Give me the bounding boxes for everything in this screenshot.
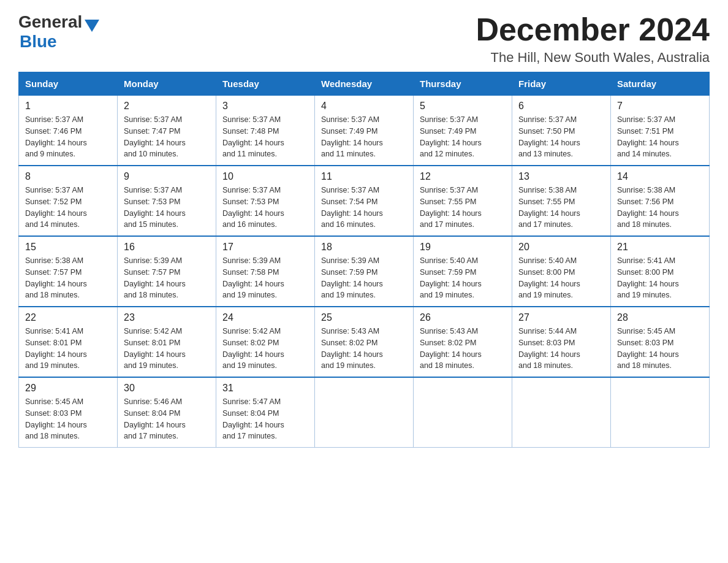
day-number: 28 bbox=[617, 312, 703, 323]
day-of-week-header: Monday bbox=[118, 72, 216, 96]
calendar-day-cell: 14 Sunrise: 5:38 AM Sunset: 7:56 PM Dayl… bbox=[611, 166, 710, 236]
calendar-day-cell bbox=[611, 377, 710, 448]
day-number: 19 bbox=[420, 242, 506, 253]
day-info: Sunrise: 5:45 AM Sunset: 8:03 PM Dayligh… bbox=[25, 396, 111, 442]
day-number: 15 bbox=[25, 242, 111, 253]
day-number: 3 bbox=[222, 101, 308, 112]
day-info: Sunrise: 5:37 AM Sunset: 7:47 PM Dayligh… bbox=[124, 114, 210, 160]
day-info: Sunrise: 5:39 AM Sunset: 7:57 PM Dayligh… bbox=[124, 255, 210, 301]
day-number: 14 bbox=[617, 171, 703, 182]
calendar-day-cell: 22 Sunrise: 5:41 AM Sunset: 8:01 PM Dayl… bbox=[19, 307, 118, 377]
day-info: Sunrise: 5:37 AM Sunset: 7:49 PM Dayligh… bbox=[420, 114, 506, 160]
calendar-day-cell: 21 Sunrise: 5:41 AM Sunset: 8:00 PM Dayl… bbox=[611, 236, 710, 307]
calendar-day-cell: 26 Sunrise: 5:43 AM Sunset: 8:02 PM Dayl… bbox=[414, 307, 512, 377]
day-number: 10 bbox=[222, 171, 308, 182]
day-number: 8 bbox=[25, 171, 111, 182]
day-of-week-header: Wednesday bbox=[315, 72, 414, 96]
day-of-week-header: Thursday bbox=[414, 72, 512, 96]
calendar-week-row: 15 Sunrise: 5:38 AM Sunset: 7:57 PM Dayl… bbox=[19, 236, 710, 307]
calendar-day-cell: 19 Sunrise: 5:40 AM Sunset: 7:59 PM Dayl… bbox=[414, 236, 512, 307]
svg-marker-0 bbox=[85, 20, 99, 32]
calendar-day-cell bbox=[512, 377, 611, 448]
day-number: 27 bbox=[518, 312, 604, 323]
blue-triangle-icon bbox=[85, 20, 99, 32]
day-number: 2 bbox=[124, 101, 210, 112]
calendar-day-cell: 2 Sunrise: 5:37 AM Sunset: 7:47 PM Dayli… bbox=[118, 96, 216, 166]
calendar-day-cell: 9 Sunrise: 5:37 AM Sunset: 7:53 PM Dayli… bbox=[118, 166, 216, 236]
calendar-day-cell: 16 Sunrise: 5:39 AM Sunset: 7:57 PM Dayl… bbox=[118, 236, 216, 307]
calendar-day-cell: 29 Sunrise: 5:45 AM Sunset: 8:03 PM Dayl… bbox=[19, 377, 118, 448]
day-number: 20 bbox=[518, 242, 604, 253]
day-number: 11 bbox=[321, 171, 407, 182]
day-number: 30 bbox=[124, 383, 210, 394]
day-number: 31 bbox=[222, 383, 308, 394]
day-info: Sunrise: 5:43 AM Sunset: 8:02 PM Dayligh… bbox=[420, 326, 506, 372]
day-number: 16 bbox=[124, 242, 210, 253]
calendar-week-row: 22 Sunrise: 5:41 AM Sunset: 8:01 PM Dayl… bbox=[19, 307, 710, 377]
day-info: Sunrise: 5:37 AM Sunset: 7:53 PM Dayligh… bbox=[222, 185, 308, 231]
logo: General Blue bbox=[18, 12, 99, 52]
calendar-day-cell: 27 Sunrise: 5:44 AM Sunset: 8:03 PM Dayl… bbox=[512, 307, 611, 377]
day-info: Sunrise: 5:39 AM Sunset: 7:59 PM Dayligh… bbox=[321, 255, 407, 301]
day-number: 26 bbox=[420, 312, 506, 323]
day-number: 4 bbox=[321, 101, 407, 112]
day-number: 29 bbox=[25, 383, 111, 394]
day-info: Sunrise: 5:37 AM Sunset: 7:50 PM Dayligh… bbox=[518, 114, 604, 160]
day-info: Sunrise: 5:37 AM Sunset: 7:53 PM Dayligh… bbox=[124, 185, 210, 231]
day-info: Sunrise: 5:37 AM Sunset: 7:51 PM Dayligh… bbox=[617, 114, 703, 160]
calendar-table: SundayMondayTuesdayWednesdayThursdayFrid… bbox=[18, 72, 710, 448]
calendar-day-cell: 23 Sunrise: 5:42 AM Sunset: 8:01 PM Dayl… bbox=[118, 307, 216, 377]
page-header: General Blue December 2024 The Hill, New… bbox=[18, 12, 710, 66]
calendar-day-cell: 6 Sunrise: 5:37 AM Sunset: 7:50 PM Dayli… bbox=[512, 96, 611, 166]
day-info: Sunrise: 5:37 AM Sunset: 7:55 PM Dayligh… bbox=[420, 185, 506, 231]
calendar-day-cell: 28 Sunrise: 5:45 AM Sunset: 8:03 PM Dayl… bbox=[611, 307, 710, 377]
calendar-day-cell: 13 Sunrise: 5:38 AM Sunset: 7:55 PM Dayl… bbox=[512, 166, 611, 236]
calendar-week-row: 29 Sunrise: 5:45 AM Sunset: 8:03 PM Dayl… bbox=[19, 377, 710, 448]
day-info: Sunrise: 5:42 AM Sunset: 8:01 PM Dayligh… bbox=[124, 326, 210, 372]
calendar-day-cell: 10 Sunrise: 5:37 AM Sunset: 7:53 PM Dayl… bbox=[216, 166, 315, 236]
day-number: 17 bbox=[222, 242, 308, 253]
location-subtitle: The Hill, New South Wales, Australia bbox=[476, 50, 710, 66]
calendar-day-cell: 24 Sunrise: 5:42 AM Sunset: 8:02 PM Dayl… bbox=[216, 307, 315, 377]
day-of-week-header: Saturday bbox=[611, 72, 710, 96]
day-number: 9 bbox=[124, 171, 210, 182]
day-number: 24 bbox=[222, 312, 308, 323]
calendar-day-cell: 5 Sunrise: 5:37 AM Sunset: 7:49 PM Dayli… bbox=[414, 96, 512, 166]
day-number: 25 bbox=[321, 312, 407, 323]
day-info: Sunrise: 5:46 AM Sunset: 8:04 PM Dayligh… bbox=[124, 396, 210, 442]
day-info: Sunrise: 5:41 AM Sunset: 8:00 PM Dayligh… bbox=[617, 255, 703, 301]
day-info: Sunrise: 5:47 AM Sunset: 8:04 PM Dayligh… bbox=[222, 396, 308, 442]
title-area: December 2024 The Hill, New South Wales,… bbox=[476, 12, 710, 66]
calendar-day-cell: 25 Sunrise: 5:43 AM Sunset: 8:02 PM Dayl… bbox=[315, 307, 414, 377]
day-of-week-header: Friday bbox=[512, 72, 611, 96]
day-info: Sunrise: 5:37 AM Sunset: 7:54 PM Dayligh… bbox=[321, 185, 407, 231]
calendar-day-cell: 17 Sunrise: 5:39 AM Sunset: 7:58 PM Dayl… bbox=[216, 236, 315, 307]
calendar-day-cell: 3 Sunrise: 5:37 AM Sunset: 7:48 PM Dayli… bbox=[216, 96, 315, 166]
day-number: 21 bbox=[617, 242, 703, 253]
day-info: Sunrise: 5:42 AM Sunset: 8:02 PM Dayligh… bbox=[222, 326, 308, 372]
month-title: December 2024 bbox=[476, 12, 710, 47]
day-number: 7 bbox=[617, 101, 703, 112]
calendar-day-cell: 4 Sunrise: 5:37 AM Sunset: 7:49 PM Dayli… bbox=[315, 96, 414, 166]
calendar-day-cell: 7 Sunrise: 5:37 AM Sunset: 7:51 PM Dayli… bbox=[611, 96, 710, 166]
day-of-week-header: Sunday bbox=[19, 72, 118, 96]
calendar-day-cell bbox=[315, 377, 414, 448]
logo-arrow-icon bbox=[85, 20, 99, 32]
calendar-day-cell: 11 Sunrise: 5:37 AM Sunset: 7:54 PM Dayl… bbox=[315, 166, 414, 236]
day-info: Sunrise: 5:37 AM Sunset: 7:48 PM Dayligh… bbox=[222, 114, 308, 160]
day-info: Sunrise: 5:39 AM Sunset: 7:58 PM Dayligh… bbox=[222, 255, 308, 301]
day-number: 22 bbox=[25, 312, 111, 323]
day-info: Sunrise: 5:37 AM Sunset: 7:46 PM Dayligh… bbox=[25, 114, 111, 160]
logo-general-text: General bbox=[18, 12, 82, 32]
day-info: Sunrise: 5:45 AM Sunset: 8:03 PM Dayligh… bbox=[617, 326, 703, 372]
calendar-day-cell: 15 Sunrise: 5:38 AM Sunset: 7:57 PM Dayl… bbox=[19, 236, 118, 307]
day-number: 23 bbox=[124, 312, 210, 323]
logo-blue-text: Blue bbox=[20, 32, 57, 51]
calendar-day-cell: 12 Sunrise: 5:37 AM Sunset: 7:55 PM Dayl… bbox=[414, 166, 512, 236]
day-number: 12 bbox=[420, 171, 506, 182]
day-info: Sunrise: 5:38 AM Sunset: 7:55 PM Dayligh… bbox=[518, 185, 604, 231]
day-info: Sunrise: 5:40 AM Sunset: 7:59 PM Dayligh… bbox=[420, 255, 506, 301]
day-info: Sunrise: 5:38 AM Sunset: 7:57 PM Dayligh… bbox=[25, 255, 111, 301]
day-info: Sunrise: 5:37 AM Sunset: 7:52 PM Dayligh… bbox=[25, 185, 111, 231]
calendar-day-cell bbox=[414, 377, 512, 448]
